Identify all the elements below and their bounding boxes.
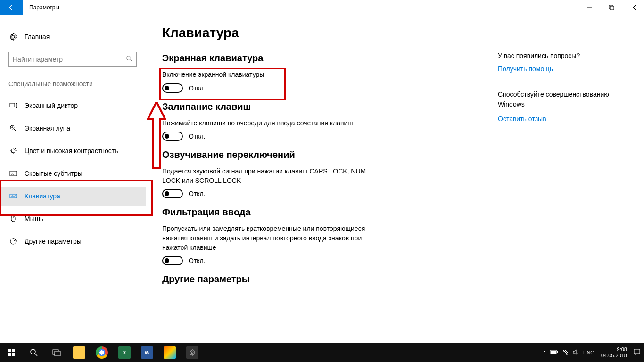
taskbar-app-explorer[interactable]	[68, 343, 91, 362]
svg-marker-44	[573, 350, 577, 354]
toggle-togglekeys-label: Откл.	[189, 190, 206, 197]
captions-icon: cc	[8, 169, 18, 178]
svg-rect-39	[55, 351, 60, 356]
right-pane: У вас появились вопросы? Получить помощь…	[498, 15, 644, 343]
home-label: Главная	[25, 33, 50, 41]
section-sticky-title: Залипание клавиш	[162, 101, 479, 112]
sidebar-item-captions[interactable]: cc Скрытые субтитры	[0, 164, 146, 183]
sidebar-item-label: Клавиатура	[25, 192, 60, 200]
svg-point-12	[11, 149, 15, 153]
close-icon	[631, 5, 636, 10]
section-togglekeys-title: Озвучивание переключений	[162, 149, 479, 160]
task-view-button[interactable]	[45, 343, 68, 362]
sidebar-item-other[interactable]: Другие параметры	[0, 232, 146, 251]
toggle-sticky-row: Откл.	[162, 132, 479, 141]
sidebar-item-magnifier[interactable]: Экранная лупа	[0, 119, 146, 138]
maximize-button[interactable]	[601, 0, 622, 15]
nav-list: Экранный диктор Экранная лупа Цвет и выс…	[8, 96, 146, 251]
svg-point-40	[191, 352, 193, 354]
tray-language[interactable]: ENG	[583, 350, 594, 355]
svg-rect-34	[8, 353, 11, 356]
taskbar-app-settings[interactable]	[181, 343, 204, 362]
taskbar: X W ENG 9:08 04.05.2018	[0, 343, 644, 362]
svg-text:cc: cc	[11, 172, 15, 175]
svg-line-20	[15, 148, 16, 149]
svg-rect-43	[551, 351, 556, 354]
improve-text: Способствуйте совершенствованию Windows	[498, 90, 630, 109]
tray-notifications-icon[interactable]	[634, 349, 640, 356]
sidebar-item-narrator[interactable]: Экранный диктор	[0, 96, 146, 115]
taskbar-search-button[interactable]	[23, 343, 45, 362]
svg-rect-7	[10, 103, 15, 107]
taskbar-app-excel[interactable]: X	[113, 343, 136, 362]
minimize-button[interactable]	[579, 0, 601, 15]
maximize-icon	[609, 5, 614, 10]
search-icon	[30, 348, 38, 357]
search-box[interactable]	[8, 52, 137, 67]
toggle-knob	[165, 258, 169, 263]
taskbar-app-word[interactable]: W	[136, 343, 158, 362]
svg-line-37	[35, 354, 37, 356]
search-input[interactable]	[13, 56, 126, 63]
tray-time: 9:08	[601, 346, 627, 353]
toggle-sticky[interactable]	[162, 132, 183, 141]
section-togglekeys-desc: Подается звуковой сигнал при нажатии кла…	[162, 167, 374, 185]
toggle-togglekeys[interactable]	[162, 189, 183, 198]
svg-line-18	[15, 153, 16, 154]
tray-volume-icon[interactable]	[573, 349, 579, 356]
taskbar-apps: X W	[68, 343, 204, 362]
svg-rect-35	[12, 353, 15, 356]
section-other-title: Другие параметры	[162, 274, 479, 285]
tray-battery-icon[interactable]	[550, 350, 559, 355]
toggle-sticky-label: Откл.	[189, 132, 206, 140]
section-filter-title: Фильтрация ввода	[162, 207, 479, 218]
svg-line-17	[11, 148, 12, 149]
start-button[interactable]	[0, 343, 23, 362]
home-link[interactable]: Главная	[8, 27, 146, 46]
contrast-icon	[8, 146, 18, 156]
section-filter-desc: Пропускать или замедлять кратковременные…	[162, 224, 374, 252]
sidebar-item-label: Цвет и высокая контрастность	[25, 147, 118, 155]
toggle-filter-row: Откл.	[162, 256, 479, 265]
toggle-knob	[165, 86, 169, 90]
feedback-link[interactable]: Оставить отзыв	[498, 115, 630, 123]
content-area: Главная Специальные возможности Экранный…	[0, 15, 644, 343]
gear-icon	[8, 32, 18, 41]
svg-line-6	[131, 60, 132, 62]
mouse-icon	[8, 214, 18, 223]
toggle-togglekeys-row: Откл.	[162, 189, 479, 198]
section-onscreen-desc: Включение экранной клавиатуры	[162, 70, 374, 80]
svg-line-19	[11, 153, 12, 154]
svg-point-5	[127, 56, 131, 60]
taskbar-tray: ENG 9:08 04.05.2018	[542, 346, 644, 359]
sidebar-item-label: Мышь	[25, 215, 43, 222]
help-link[interactable]: Получить помощь	[498, 65, 630, 73]
other-icon	[8, 237, 18, 246]
back-button[interactable]	[0, 0, 23, 15]
tray-chevron-icon[interactable]	[542, 350, 546, 355]
windows-icon	[8, 349, 15, 356]
word-icon: W	[141, 346, 153, 359]
sidebar-item-mouse[interactable]: Мышь	[0, 209, 146, 228]
arrow-left-icon	[8, 4, 15, 11]
toggle-knob	[165, 191, 169, 196]
task-view-icon	[52, 348, 61, 357]
toggle-filter[interactable]	[162, 256, 183, 265]
tray-network-icon[interactable]	[562, 349, 569, 356]
taskbar-app-chrome[interactable]	[91, 343, 113, 362]
sidebar-item-contrast[interactable]: Цвет и высокая контрастность	[0, 141, 146, 160]
questions-heading: У вас появились вопросы?	[498, 52, 630, 59]
sidebar-item-label: Экранная лупа	[25, 124, 70, 132]
toggle-knob	[165, 134, 169, 139]
tray-clock[interactable]: 9:08 04.05.2018	[598, 346, 630, 359]
tray-date: 04.05.2018	[601, 353, 627, 359]
toggle-onscreen[interactable]	[162, 83, 183, 93]
close-button[interactable]	[622, 0, 644, 15]
main-panel: Клавиатура Экранная клавиатура Включение…	[146, 15, 498, 343]
sidebar-item-keyboard[interactable]: Клавиатура	[0, 187, 146, 206]
excel-icon: X	[118, 346, 131, 359]
section-sticky-desc: Нажимайте клавиши по очереди для ввода с…	[162, 119, 374, 128]
taskbar-app-paint[interactable]	[158, 343, 181, 362]
minimize-icon	[587, 5, 592, 10]
narrator-icon	[8, 101, 18, 110]
